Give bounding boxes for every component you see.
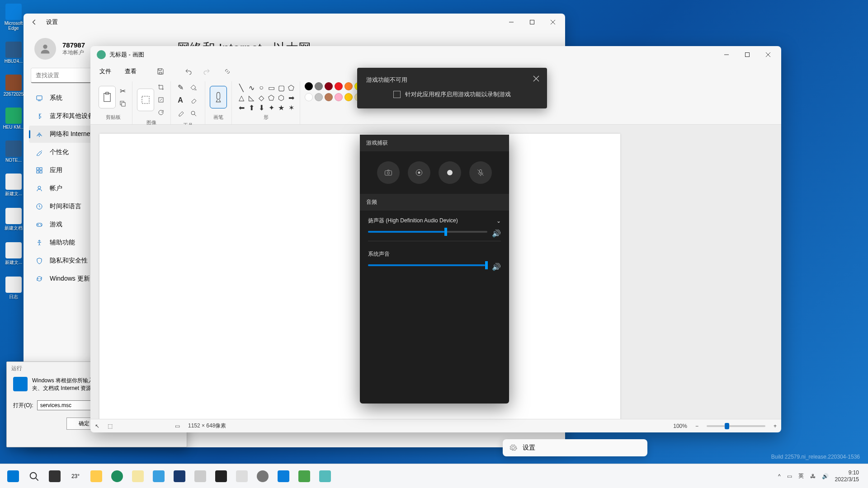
shape-curve-icon[interactable]: ∿	[246, 83, 256, 93]
rotate-icon[interactable]	[156, 108, 166, 117]
shape-star5-icon[interactable]: ★	[276, 103, 286, 113]
start-button[interactable]	[4, 467, 23, 486]
brush-tool[interactable]	[210, 86, 227, 108]
search-button[interactable]	[24, 467, 43, 486]
app-taskbar-icon[interactable]	[191, 467, 210, 486]
tray-chevron-icon[interactable]: ^	[778, 473, 781, 479]
enable-game-checkbox[interactable]	[393, 91, 401, 98]
close-icon[interactable]	[530, 72, 542, 85]
system-volume-slider[interactable]	[368, 264, 487, 266]
shape-hexagon-icon[interactable]: ⬡	[276, 93, 286, 103]
shape-diamond-icon[interactable]: ◇	[256, 93, 266, 103]
eraser-tool-icon[interactable]	[189, 95, 198, 105]
settings-taskbar-icon[interactable]	[253, 467, 272, 486]
shape-arrow-d-icon[interactable]: ⬇	[256, 103, 266, 113]
desktop-icon[interactable]: 新建文...	[3, 242, 24, 266]
color-swatch[interactable]	[335, 82, 343, 90]
resize-icon[interactable]	[156, 95, 166, 105]
explorer-taskbar-icon[interactable]	[87, 467, 106, 486]
shape-polygon-icon[interactable]: ⬠	[286, 83, 296, 93]
terminal-taskbar-icon[interactable]	[212, 467, 231, 486]
zoom-in-button[interactable]: +	[774, 423, 777, 429]
select-tool[interactable]	[137, 89, 154, 111]
app-taskbar-icon[interactable]	[316, 467, 335, 486]
crop-icon[interactable]	[156, 82, 166, 92]
zoom-tool-icon[interactable]	[189, 108, 198, 118]
menu-view[interactable]: 查看	[119, 65, 142, 78]
weather-widget[interactable]: 23°	[66, 467, 85, 486]
edge-taskbar-icon[interactable]	[108, 467, 127, 486]
shape-star4-icon[interactable]: ✦	[266, 103, 276, 113]
desktop-icon[interactable]: Microsoft Edge	[3, 4, 24, 31]
picker-tool-icon[interactable]	[175, 108, 185, 118]
tray-display-icon[interactable]: ▭	[787, 473, 792, 479]
shape-line-icon[interactable]: ╲	[236, 83, 246, 93]
shape-star6-icon[interactable]: ✶	[286, 103, 296, 113]
back-button[interactable]	[25, 14, 43, 31]
menu-file[interactable]: 文件	[94, 65, 117, 78]
paste-button[interactable]	[99, 86, 116, 108]
shape-roundrect-icon[interactable]: ▢	[276, 83, 286, 93]
shape-arrow-r-icon[interactable]: ➡	[286, 93, 296, 103]
zoom-slider[interactable]	[707, 425, 765, 427]
desktop-icon[interactable]: 新建文...	[3, 174, 24, 197]
powershell-taskbar-icon[interactable]	[170, 467, 189, 486]
app-taskbar-icon[interactable]	[295, 467, 314, 486]
screenshot-button[interactable]	[377, 161, 400, 184]
color-swatch[interactable]	[344, 82, 353, 90]
desktop-icon[interactable]: NOTE...	[3, 141, 24, 163]
copy-icon[interactable]	[118, 99, 127, 108]
desktop-icon[interactable]: HEU KM...	[3, 108, 24, 130]
mic-toggle-button[interactable]	[469, 161, 492, 184]
undo-icon[interactable]	[181, 64, 196, 79]
speaker-volume-slider[interactable]	[368, 231, 487, 233]
desktop-icon[interactable]: 日志	[3, 277, 24, 300]
color-swatch[interactable]	[315, 82, 323, 90]
volume-icon[interactable]: 🔊	[492, 229, 501, 238]
shape-triangle-icon[interactable]: △	[236, 93, 246, 103]
text-tool-icon[interactable]: A	[175, 95, 185, 105]
color-swatch[interactable]	[315, 93, 323, 101]
desktop-icon[interactable]: 22672025	[3, 75, 24, 97]
shape-rect-icon[interactable]: ▭	[266, 83, 276, 93]
shape-oval-icon[interactable]: ○	[256, 83, 266, 93]
maximize-button[interactable]	[522, 14, 542, 31]
shape-arrow-l-icon[interactable]: ⬅	[236, 103, 246, 113]
paint-close-button[interactable]	[758, 46, 778, 63]
color-swatch[interactable]	[335, 93, 343, 101]
color-swatch[interactable]	[325, 93, 333, 101]
minimize-button[interactable]	[501, 14, 522, 31]
volume-tray-icon[interactable]: 🔊	[822, 473, 829, 479]
notepad-taskbar-icon[interactable]	[128, 467, 147, 486]
shape-arrow-u-icon[interactable]: ⬆	[246, 103, 256, 113]
paint-maximize-button[interactable]	[737, 46, 758, 63]
shape-rtriangle-icon[interactable]: ◺	[246, 93, 256, 103]
settings-quick-button[interactable]: 设置	[503, 439, 647, 456]
app-taskbar-icon[interactable]	[232, 467, 251, 486]
color-swatch[interactable]	[305, 82, 313, 90]
clock[interactable]: 9:10 2022/3/15	[835, 469, 859, 483]
color-swatch[interactable]	[325, 82, 333, 90]
shape-pentagon-icon[interactable]: ⬠	[266, 93, 276, 103]
taskview-button[interactable]	[45, 467, 64, 486]
record-last-button[interactable]	[408, 161, 430, 184]
record-button[interactable]	[439, 161, 461, 184]
save-icon[interactable]	[153, 64, 168, 79]
security-taskbar-icon[interactable]	[274, 467, 293, 486]
zoom-out-button[interactable]: −	[695, 423, 698, 429]
desktop-icon[interactable]: HBU24...	[3, 42, 24, 64]
color-swatch[interactable]	[305, 93, 313, 101]
desktop-icon[interactable]: 新建文档	[3, 208, 24, 231]
paint-minimize-button[interactable]	[716, 46, 737, 63]
volume-icon[interactable]: 🔊	[492, 263, 501, 271]
fill-tool-icon[interactable]	[189, 82, 198, 92]
network-icon[interactable]: 🖧	[810, 473, 816, 479]
app-taskbar-icon[interactable]	[149, 467, 168, 486]
ime-indicator[interactable]: 英	[798, 472, 804, 480]
close-button[interactable]	[542, 14, 563, 31]
color-swatch[interactable]	[344, 93, 353, 101]
link-icon[interactable]	[220, 64, 235, 79]
cut-icon[interactable]: ✂	[118, 86, 127, 96]
chevron-down-icon[interactable]: ⌄	[496, 218, 501, 224]
pencil-tool-icon[interactable]: ✎	[175, 82, 185, 92]
